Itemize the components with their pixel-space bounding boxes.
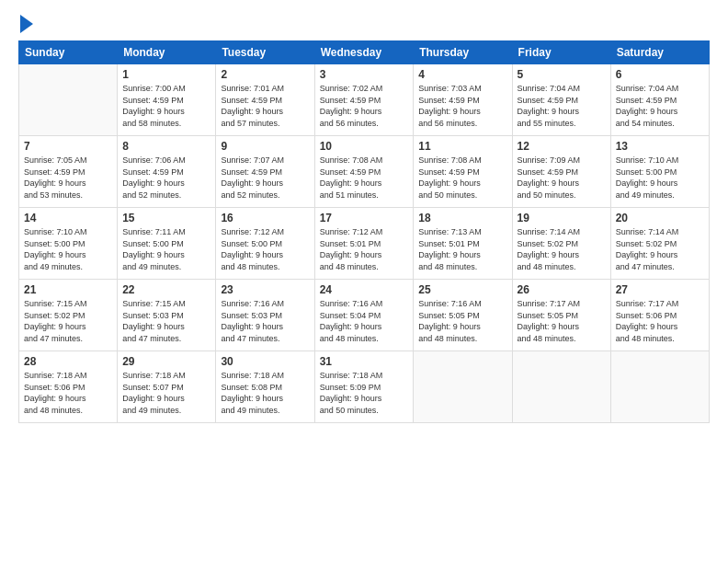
calendar-cell: 19Sunrise: 7:14 AMSunset: 5:02 PMDayligh… (512, 208, 610, 280)
day-number: 19 (518, 212, 606, 224)
calendar-cell: 21Sunrise: 7:15 AMSunset: 5:02 PMDayligh… (19, 280, 118, 351)
day-number: 3 (320, 68, 409, 81)
day-number: 9 (221, 140, 309, 153)
day-number: 23 (221, 283, 309, 296)
day-number: 25 (418, 283, 506, 296)
day-info: Sunrise: 7:16 AMSunset: 5:03 PMDaylight:… (221, 298, 309, 344)
day-info: Sunrise: 7:04 AMSunset: 4:59 PMDaylight:… (518, 83, 606, 129)
header-saturday: Saturday (610, 41, 709, 64)
header-tuesday: Tuesday (216, 41, 314, 64)
day-info: Sunrise: 7:06 AMSunset: 4:59 PMDaylight:… (122, 155, 210, 201)
day-info: Sunrise: 7:08 AMSunset: 4:59 PMDaylight:… (320, 155, 409, 201)
calendar-cell: 16Sunrise: 7:12 AMSunset: 5:00 PMDayligh… (216, 208, 314, 280)
day-info: Sunrise: 7:17 AMSunset: 5:05 PMDaylight:… (518, 298, 606, 344)
calendar-cell: 13Sunrise: 7:10 AMSunset: 5:00 PMDayligh… (610, 136, 709, 208)
day-info: Sunrise: 7:10 AMSunset: 5:00 PMDaylight:… (616, 155, 704, 201)
day-info: Sunrise: 7:02 AMSunset: 4:59 PMDaylight:… (320, 83, 409, 129)
calendar-cell: 7Sunrise: 7:05 AMSunset: 4:59 PMDaylight… (19, 136, 118, 208)
day-number: 28 (24, 355, 112, 368)
header-friday: Friday (512, 41, 610, 64)
weekday-header-row: Sunday Monday Tuesday Wednesday Thursday… (19, 41, 710, 64)
calendar-cell: 22Sunrise: 7:15 AMSunset: 5:03 PMDayligh… (118, 280, 216, 351)
day-number: 7 (24, 140, 112, 153)
day-info: Sunrise: 7:18 AMSunset: 5:09 PMDaylight:… (320, 370, 409, 416)
day-info: Sunrise: 7:04 AMSunset: 4:59 PMDaylight:… (616, 83, 704, 129)
day-number: 15 (122, 212, 210, 224)
calendar-cell: 2Sunrise: 7:01 AMSunset: 4:59 PMDaylight… (216, 64, 314, 136)
calendar-cell: 4Sunrise: 7:03 AMSunset: 4:59 PMDaylight… (414, 64, 512, 136)
day-number: 1 (122, 68, 210, 81)
day-info: Sunrise: 7:09 AMSunset: 4:59 PMDaylight:… (518, 155, 606, 201)
calendar-cell: 14Sunrise: 7:10 AMSunset: 5:00 PMDayligh… (19, 208, 118, 280)
calendar-week-row: 1Sunrise: 7:00 AMSunset: 4:59 PMDaylight… (19, 64, 710, 136)
day-number: 13 (616, 140, 704, 153)
day-number: 26 (518, 283, 606, 296)
day-info: Sunrise: 7:13 AMSunset: 5:01 PMDaylight:… (418, 226, 506, 272)
day-info: Sunrise: 7:03 AMSunset: 4:59 PMDaylight:… (418, 83, 506, 129)
day-number: 5 (518, 68, 606, 81)
day-number: 27 (616, 283, 704, 296)
day-number: 22 (122, 283, 210, 296)
day-number: 8 (122, 140, 210, 153)
calendar-cell: 9Sunrise: 7:07 AMSunset: 4:59 PMDaylight… (216, 136, 314, 208)
calendar-cell: 3Sunrise: 7:02 AMSunset: 4:59 PMDaylight… (314, 64, 414, 136)
day-info: Sunrise: 7:10 AMSunset: 5:00 PMDaylight:… (24, 226, 112, 272)
calendar-cell: 30Sunrise: 7:18 AMSunset: 5:08 PMDayligh… (216, 351, 314, 423)
calendar-cell (610, 351, 709, 423)
day-info: Sunrise: 7:14 AMSunset: 5:02 PMDaylight:… (616, 226, 704, 272)
day-info: Sunrise: 7:17 AMSunset: 5:06 PMDaylight:… (616, 298, 704, 344)
day-number: 14 (24, 212, 112, 224)
calendar-cell: 31Sunrise: 7:18 AMSunset: 5:09 PMDayligh… (314, 351, 414, 423)
day-number: 24 (320, 283, 409, 296)
calendar-cell: 10Sunrise: 7:08 AMSunset: 4:59 PMDayligh… (314, 136, 414, 208)
calendar-cell (19, 64, 118, 136)
calendar-cell: 5Sunrise: 7:04 AMSunset: 4:59 PMDaylight… (512, 64, 610, 136)
day-number: 2 (221, 68, 309, 81)
calendar-cell: 29Sunrise: 7:18 AMSunset: 5:07 PMDayligh… (118, 351, 216, 423)
calendar-cell: 12Sunrise: 7:09 AMSunset: 4:59 PMDayligh… (512, 136, 610, 208)
calendar-cell (512, 351, 610, 423)
calendar-cell (414, 351, 512, 423)
calendar-cell: 25Sunrise: 7:16 AMSunset: 5:05 PMDayligh… (414, 280, 512, 351)
calendar-cell: 26Sunrise: 7:17 AMSunset: 5:05 PMDayligh… (512, 280, 610, 351)
day-info: Sunrise: 7:18 AMSunset: 5:08 PMDaylight:… (221, 370, 309, 416)
day-info: Sunrise: 7:18 AMSunset: 5:06 PMDaylight:… (24, 370, 112, 416)
calendar-week-row: 28Sunrise: 7:18 AMSunset: 5:06 PMDayligh… (19, 351, 710, 423)
day-number: 10 (320, 140, 409, 153)
day-number: 18 (418, 212, 506, 224)
calendar-cell: 20Sunrise: 7:14 AMSunset: 5:02 PMDayligh… (610, 208, 709, 280)
calendar-cell: 8Sunrise: 7:06 AMSunset: 4:59 PMDaylight… (118, 136, 216, 208)
calendar-week-row: 7Sunrise: 7:05 AMSunset: 4:59 PMDaylight… (19, 136, 710, 208)
header-thursday: Thursday (414, 41, 512, 64)
day-number: 20 (616, 212, 704, 224)
logo-arrow-icon (20, 15, 33, 33)
day-info: Sunrise: 7:05 AMSunset: 4:59 PMDaylight:… (24, 155, 112, 201)
calendar-cell: 18Sunrise: 7:13 AMSunset: 5:01 PMDayligh… (414, 208, 512, 280)
calendar-cell: 27Sunrise: 7:17 AMSunset: 5:06 PMDayligh… (610, 280, 709, 351)
header-monday: Monday (118, 41, 216, 64)
day-info: Sunrise: 7:12 AMSunset: 5:01 PMDaylight:… (320, 226, 409, 272)
day-info: Sunrise: 7:08 AMSunset: 4:59 PMDaylight:… (418, 155, 506, 201)
day-info: Sunrise: 7:12 AMSunset: 5:00 PMDaylight:… (221, 226, 309, 272)
day-number: 29 (122, 355, 210, 368)
calendar-week-row: 14Sunrise: 7:10 AMSunset: 5:00 PMDayligh… (19, 208, 710, 280)
day-info: Sunrise: 7:18 AMSunset: 5:07 PMDaylight:… (122, 370, 210, 416)
logo (18, 17, 33, 33)
calendar-table: Sunday Monday Tuesday Wednesday Thursday… (18, 40, 710, 423)
day-info: Sunrise: 7:16 AMSunset: 5:04 PMDaylight:… (320, 298, 409, 344)
day-number: 16 (221, 212, 309, 224)
calendar-cell: 1Sunrise: 7:00 AMSunset: 4:59 PMDaylight… (118, 64, 216, 136)
calendar-page: Sunday Monday Tuesday Wednesday Thursday… (0, 0, 728, 563)
day-number: 4 (418, 68, 506, 81)
calendar-cell: 17Sunrise: 7:12 AMSunset: 5:01 PMDayligh… (314, 208, 414, 280)
calendar-cell: 15Sunrise: 7:11 AMSunset: 5:00 PMDayligh… (118, 208, 216, 280)
calendar-cell: 11Sunrise: 7:08 AMSunset: 4:59 PMDayligh… (414, 136, 512, 208)
calendar-cell: 6Sunrise: 7:04 AMSunset: 4:59 PMDaylight… (610, 64, 709, 136)
day-info: Sunrise: 7:11 AMSunset: 5:00 PMDaylight:… (122, 226, 210, 272)
calendar-cell: 28Sunrise: 7:18 AMSunset: 5:06 PMDayligh… (19, 351, 118, 423)
day-info: Sunrise: 7:16 AMSunset: 5:05 PMDaylight:… (418, 298, 506, 344)
calendar-cell: 23Sunrise: 7:16 AMSunset: 5:03 PMDayligh… (216, 280, 314, 351)
day-number: 30 (221, 355, 309, 368)
day-info: Sunrise: 7:15 AMSunset: 5:02 PMDaylight:… (24, 298, 112, 344)
page-header (18, 17, 710, 33)
